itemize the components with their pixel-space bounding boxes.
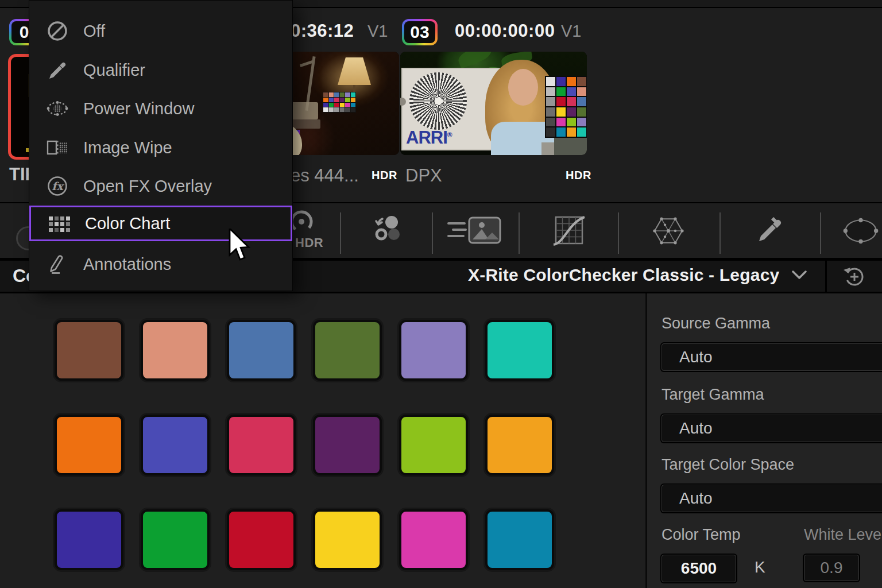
toolbar-divider [618,212,619,254]
svg-text:fx: fx [52,180,64,192]
siemens-star-icon [409,72,467,130]
clip3-thumbnail[interactable]: ARRI® [400,52,587,155]
source-gamma-label: Source Gamma [662,315,770,332]
clip3-number-badge: 03 [402,19,438,45]
image-wipe-icon [44,134,71,161]
eyedropper-icon [44,57,71,83]
color-swatch [227,415,296,475]
power-window-icon [44,95,71,122]
color-temp-unit: K [755,558,765,577]
color-swatch [399,320,468,381]
target-gamma-label: Target Gamma [662,386,764,404]
mouse-cursor [229,229,255,262]
target-color-space-label: Target Color Space [662,456,794,474]
color-temp-label: Color Temp [662,526,741,544]
menu-item-open-fx-overlay[interactable]: fx Open FX Overlay [29,170,292,202]
chart-preset-dropdown[interactable]: X-Rite ColorChecker Classic - Legacy [468,265,807,285]
header-section-divider [825,260,827,293]
toolbar-divider [432,212,433,254]
color-swatch [55,320,123,381]
toolbar-divider [820,212,821,254]
target-gamma-select[interactable]: Auto [662,415,882,442]
color-swatch [485,320,554,381]
color-temp-input[interactable]: 6500 [662,555,736,582]
eyedropper-icon [752,212,787,247]
hdr-label: HDR [295,235,323,250]
target-color-space-select[interactable]: Auto [662,485,882,512]
fx-circle-icon: fx [44,173,71,199]
toolbar-divider [519,212,520,254]
clip3-label: DPX [405,165,442,186]
mini-colorchecker [323,92,356,113]
annotations-pen-icon [44,251,71,277]
toolbar-divider [719,212,721,254]
white-level-value: 0.9 [804,559,858,577]
stills-gallery-icon [444,214,504,246]
clip3-track: V1 [561,22,581,41]
color-chart-grid-icon [46,210,72,237]
color-swatch [313,509,382,570]
source-gamma-select[interactable]: Auto [662,343,882,371]
menu-item-qualifier[interactable]: Qualifier [29,54,292,86]
color-swatch [485,509,554,570]
color-swatch [313,415,382,475]
menu-item-power-window[interactable]: Power Window [29,92,292,125]
white-level-label: White Level [804,526,882,544]
mini-colorchecker [545,76,587,138]
curves-icon [551,212,587,248]
toolbar-divider [340,212,341,254]
reset-button[interactable] [841,264,866,289]
color-swatch [227,320,296,381]
color-swatch [141,320,210,381]
toolbar-stills-button[interactable] [442,214,505,247]
power-window-oval-icon [840,210,882,252]
color-swatch [485,415,554,475]
clip3-number: 03 [404,21,435,43]
target-gamma-value: Auto [662,419,713,438]
white-level-input[interactable]: 0.9 [804,555,859,581]
color-swatch [141,415,210,475]
clip3-timecode: 00:00:00:00 [455,21,555,41]
clip2-track: V1 [368,22,388,41]
color-swatch [399,415,468,475]
menu-item-image-wipe[interactable]: Image Wipe [29,131,292,164]
toolbar-color-match-button[interactable] [370,212,405,247]
toolbar-color-warper-button[interactable] [649,211,688,250]
color-swatch [399,509,468,570]
clip2-hdr-badge: HDR [372,169,397,182]
clip2-label: es 444... [291,165,359,186]
color-warper-hexagon-icon [650,212,687,249]
color-swatch [227,509,296,570]
clip3-hdr-badge: HDR [566,169,591,182]
color-swatch [141,509,210,570]
color-swatch [313,320,382,381]
clip2-timecode: 0:36:12 [291,21,354,41]
menu-item-off[interactable]: Off [29,15,292,47]
reset-icon [841,264,866,289]
color-swatch [55,509,123,570]
arri-logo: ARRI® [406,127,452,148]
off-icon [44,18,71,44]
color-match-icon [371,213,404,246]
target-color-space-value: Auto [662,489,713,508]
color-temp-value: 6500 [662,559,736,578]
toolbar-curves-button[interactable] [550,211,588,249]
chart-preset-label: X-Rite ColorChecker Classic - Legacy [468,265,779,285]
toolbar-power-window-button[interactable] [840,210,882,252]
toolbar-qualifier-button[interactable] [751,211,788,248]
color-swatch [55,415,123,475]
source-gamma-value: Auto [662,348,713,366]
chevron-down-icon [792,270,807,280]
